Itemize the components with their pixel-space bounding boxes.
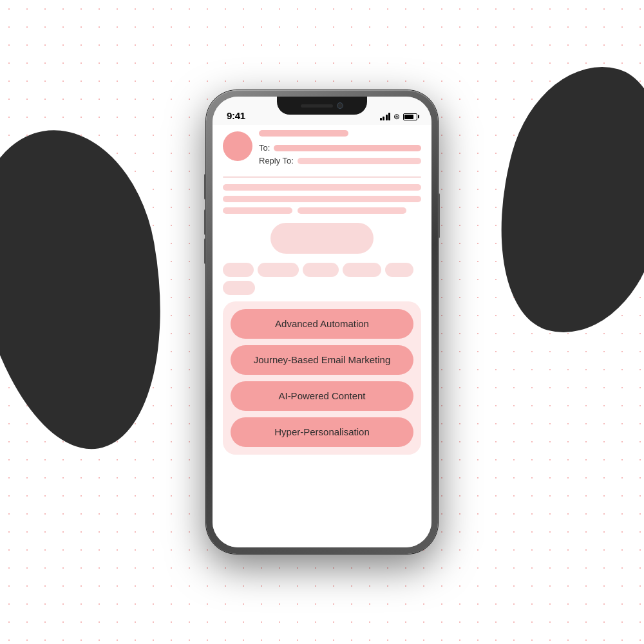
small-pill-1: [223, 263, 254, 277]
feature-btn-2[interactable]: Journey-Based Email Marketing: [231, 345, 413, 375]
phone-inner-frame: 9:41 ⊛: [213, 97, 431, 547]
skeleton-line-2: [223, 196, 421, 202]
small-pill-4: [343, 263, 381, 277]
email-sender-bar: [259, 130, 348, 137]
phone-mockup: 9:41 ⊛: [206, 90, 438, 554]
replyto-value-bar: [298, 158, 421, 164]
phone-notch: [277, 97, 367, 115]
avatar: [223, 131, 252, 161]
feature-btn-1[interactable]: Advanced Automation: [231, 309, 413, 339]
notch-speaker: [301, 104, 333, 108]
battery-icon: [403, 113, 417, 120]
status-time: 9:41: [227, 110, 245, 121]
email-screen: To: Reply To:: [213, 125, 431, 547]
feature-section: Advanced Automation Journey-Based Email …: [223, 301, 421, 455]
skeleton-line-1: [223, 184, 421, 191]
replyto-label: Reply To:: [259, 156, 294, 166]
to-label: To:: [259, 143, 270, 153]
signal-icon: [380, 113, 391, 120]
notch-camera: [337, 102, 343, 109]
small-pill-3: [303, 263, 339, 277]
small-pill-5: [385, 263, 413, 277]
small-pill-2: [258, 263, 299, 277]
wifi-icon: ⊛: [393, 112, 400, 121]
feature-btn-4[interactable]: Hyper-Personalisation: [231, 417, 413, 447]
skeleton-row-1: [223, 207, 421, 214]
email-meta: To: Reply To:: [259, 130, 421, 169]
feature-label-2: Journey-Based Email Marketing: [254, 354, 391, 365]
feature-label-1: Advanced Automation: [275, 318, 369, 329]
phone-outer-frame: 9:41 ⊛: [206, 90, 438, 554]
email-divider: [223, 176, 421, 178]
email-to-row: To:: [259, 143, 421, 153]
email-replyto-row: Reply To:: [259, 156, 421, 166]
feature-label-3: AI-Powered Content: [278, 390, 365, 401]
feature-btn-3[interactable]: AI-Powered Content: [231, 381, 413, 411]
to-value-bar: [274, 145, 421, 151]
pill-row: [223, 263, 421, 295]
status-icons: ⊛: [380, 112, 418, 121]
feature-label-4: Hyper-Personalisation: [274, 426, 370, 437]
small-pill-6: [223, 281, 255, 295]
email-header: To: Reply To:: [223, 130, 421, 169]
screen-content: To: Reply To:: [213, 125, 431, 547]
big-placeholder: [270, 223, 374, 254]
